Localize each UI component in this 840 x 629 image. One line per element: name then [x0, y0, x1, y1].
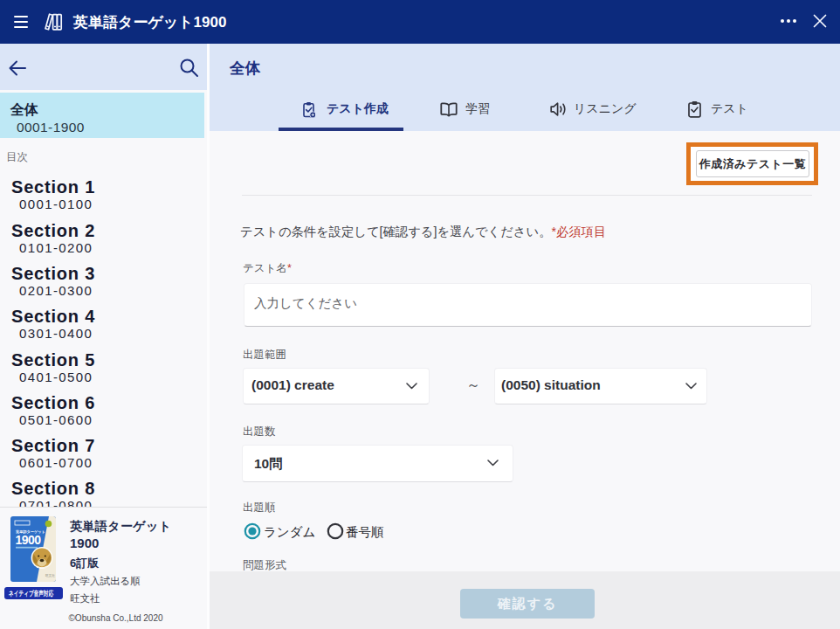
svg-text:旺文社: 旺文社: [45, 573, 55, 577]
svg-text:1900: 1900: [16, 533, 42, 547]
